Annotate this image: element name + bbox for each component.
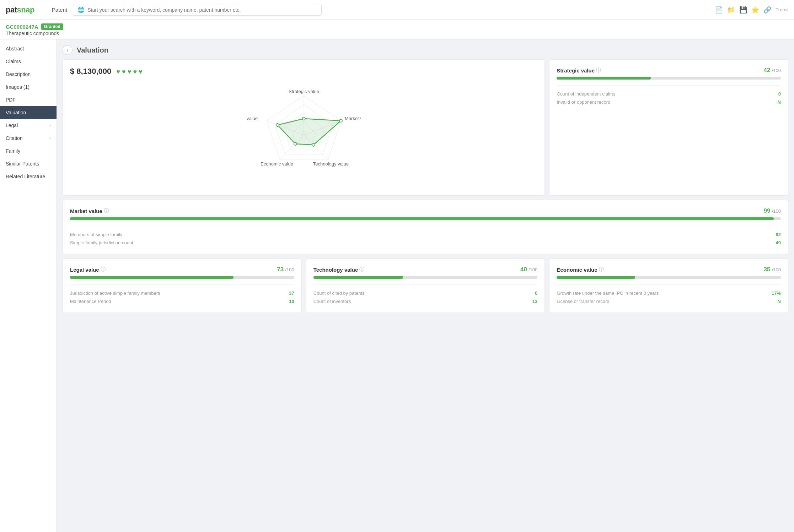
strategic-row-0-label: Count of independent claims [557,91,615,97]
legal-title: Legal value [70,267,99,273]
market-value-card: Market value ⓘ 99 /100 Members of simple… [63,200,788,254]
svg-text:Market value: Market value [345,116,361,121]
strategic-row-1: Invalid or opponent record N [557,98,781,106]
back-button[interactable]: ‹ [63,45,73,55]
strategic-row-1-label: Invalid or opponent record [557,99,610,105]
pdf-action-icon[interactable]: 📄 [715,6,723,14]
market-title: Market value [70,208,102,214]
svg-point-13 [312,143,315,146]
sidebar-item-claims[interactable]: Claims [0,55,57,68]
sidebar-item-description[interactable]: Description [0,68,57,81]
valuation-amount: $ 8,130,000 ♥ ♥ ♥ ♥ ♥ [70,67,537,76]
search-input[interactable] [87,7,317,13]
legal-row-0: Jurisdiction of active simple family mem… [70,289,294,297]
technology-header: Technology value ⓘ 40 /100 [313,266,538,273]
svg-point-15 [276,124,279,126]
strategic-score: 42 /100 [764,67,781,74]
save-action-icon[interactable]: 💾 [739,6,747,14]
logo[interactable]: patsnap [6,5,34,15]
patent-title: Therapeutic compounds [6,31,68,36]
sidebar-item-legal[interactable]: Legal › [0,119,57,132]
sidebar-item-related-literature[interactable]: Related Literature [0,170,57,183]
svg-marker-10 [278,119,341,145]
technology-row-0: Count of cited by patents 0 [313,289,538,297]
sidebar-label-similar: Similar Patents [6,161,39,167]
sidebar-item-family[interactable]: Family [0,145,57,157]
market-row-0: Members of simple family 82 [70,230,781,239]
sidebar-item-abstract[interactable]: Abstract [0,42,57,55]
economic-value-card: Economic value ⓘ 35 /100 Growth rate und… [549,259,788,313]
sidebar-label-abstract: Abstract [6,46,24,51]
market-rows: Members of simple family 82 Simple famil… [70,226,781,247]
market-progress-fill [70,217,774,220]
star-action-icon[interactable]: ⭐ [751,6,759,14]
strategic-progress-bar [557,77,781,80]
folder-action-icon[interactable]: 📁 [727,6,735,14]
subheader-left: GC0009247A Granted Therapeutic compounds [6,23,68,36]
patent-id-row: GC0009247A Granted [6,23,68,30]
header-divider [46,5,46,15]
strategic-info-icon[interactable]: ⓘ [596,67,601,74]
market-row: Market value ⓘ 99 /100 Members of simple… [63,200,788,254]
hearts-display: ♥ ♥ ♥ ♥ ♥ [116,68,142,75]
content-area: ‹ Valuation $ 8,130,000 ♥ ♥ ♥ ♥ ♥ [57,39,794,532]
header-section: Patent [52,7,67,13]
market-row-1: Simple family jurisdiction count 49 [70,239,781,247]
strategic-title: Strategic value [557,67,595,74]
svg-point-14 [294,142,297,145]
search-bar[interactable]: 🌐 [73,4,322,16]
technology-row-1: Count of inventors 13 [313,297,538,305]
economic-score-max: /100 [772,267,781,272]
legal-value-card: Legal value ⓘ 73 /100 Jurisdiction of ac… [63,259,302,313]
economic-progress-bar [557,276,781,279]
translate-action-icon[interactable]: Transl [776,7,788,12]
sidebar-label-images: Images (1) [6,84,29,90]
strategic-row-0: Count of independent claims 0 [557,90,781,98]
legal-rows: Jurisdiction of active simple family mem… [70,284,294,305]
sidebar-item-pdf[interactable]: PDF [0,93,57,106]
sidebar: Abstract Claims Description Images (1) P… [0,39,57,532]
sidebar-label-description: Description [6,71,31,77]
share-action-icon[interactable]: 🔗 [763,6,771,14]
technology-progress-bar [313,276,538,279]
sidebar-label-family: Family [6,148,20,154]
legal-progress-fill [70,276,234,279]
legal-score: 73 /100 [277,266,294,273]
technology-progress-fill [313,276,403,279]
technology-row-1-label: Count of inventors [313,299,351,304]
sidebar-item-similar-patents[interactable]: Similar Patents [0,157,57,170]
granted-badge: Granted [41,23,63,30]
sidebar-item-valuation[interactable]: Valuation [0,106,57,119]
strategic-score-max: /100 [772,68,781,73]
patent-id: GC0009247A [6,24,38,30]
sidebar-label-pdf: PDF [6,97,16,103]
legal-info-icon[interactable]: ⓘ [101,266,106,273]
technology-row-0-label: Count of cited by patents [313,291,365,296]
economic-info-icon[interactable]: ⓘ [599,266,604,273]
strategic-row-0-val: 0 [778,91,781,97]
bottom-cards-grid: Legal value ⓘ 73 /100 Jurisdiction of ac… [63,259,788,313]
strategic-row-1-val: N [778,99,781,105]
sidebar-label-claims: Claims [6,59,21,64]
economic-row-1: License or transfer record N [557,297,781,305]
radar-chart-container: Strategic value Market value Technology … [70,82,537,188]
sidebar-item-citation[interactable]: Citation › [0,132,57,145]
technology-score: 40 /100 [520,266,537,273]
amount-text: $ 8,130,000 [70,67,111,76]
sidebar-label-legal: Legal [6,123,18,128]
economic-row-1-val: N [778,299,781,304]
economic-score-val: 35 [764,266,771,273]
strategic-score-val: 42 [764,67,771,74]
market-score-max: /100 [772,208,781,214]
market-row-0-label: Members of simple family [70,232,122,237]
market-row-0-val: 82 [776,232,781,237]
sidebar-item-images[interactable]: Images (1) [0,81,57,93]
technology-info-icon[interactable]: ⓘ [359,266,364,273]
chevron-right-icon-2: › [49,136,51,141]
economic-row-0-val: 17% [772,291,781,296]
header-actions: 📄 📁 💾 ⭐ 🔗 Transl [715,6,788,14]
market-info-icon[interactable]: ⓘ [104,208,109,214]
market-row-1-val: 49 [776,240,781,245]
legal-progress-bar [70,276,294,279]
legal-row-1-val: 10 [289,299,294,304]
